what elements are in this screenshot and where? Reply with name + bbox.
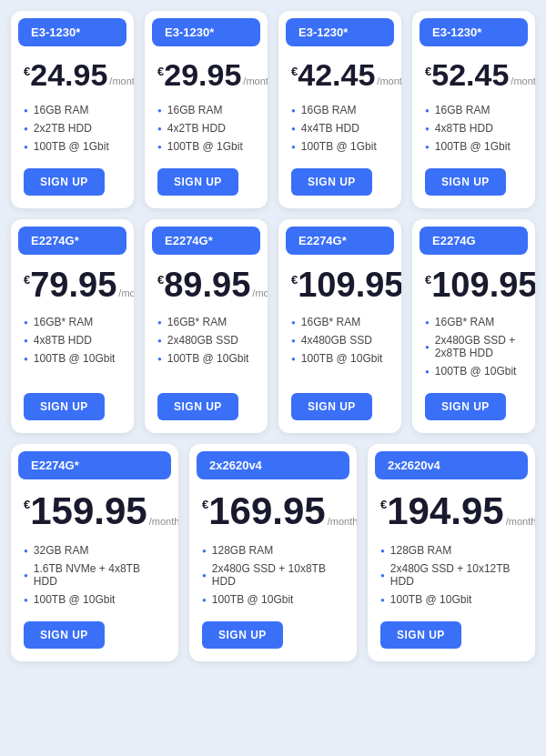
signup-button[interactable]: SIGN UP [291, 393, 372, 420]
pricing-card: E3-1230*€24.95/month16GB RAM2x2TB HDD100… [11, 11, 134, 208]
signup-button[interactable]: SIGN UP [24, 168, 105, 196]
card-body: €42.45/month16GB RAM4x4TB HDD100TB @ 1Gb… [278, 46, 401, 208]
price-period: /month [118, 287, 134, 298]
price-row: €109.95/month [291, 267, 389, 302]
feature-item: 100TB @ 10Gbit [24, 349, 121, 368]
card-body: €52.45/month16GB RAM4x8TB HDD100TB @ 1Gb… [412, 46, 535, 208]
price-row: €24.95/month [24, 59, 121, 90]
signup-button[interactable]: SIGN UP [291, 168, 372, 196]
price-currency: € [24, 65, 30, 78]
price-currency: € [202, 498, 208, 511]
feature-item: 2x2TB HDD [24, 119, 121, 137]
price-period: /month [243, 76, 268, 86]
card-body: €24.95/month16GB RAM2x2TB HDD100TB @ 1Gb… [11, 46, 134, 208]
price-period: /month [511, 76, 535, 86]
feature-item: 2x480GB SSD + 2x8TB HDD [425, 331, 522, 362]
price-currency: € [157, 65, 164, 78]
pricing-card: E3-1230*€29.95/month16GB RAM4x2TB HDD100… [145, 11, 268, 208]
card-processor-label: E3-1230* [152, 18, 260, 46]
feature-item: 100TB @ 1Gbit [157, 137, 255, 156]
signup-button[interactable]: SIGN UP [157, 168, 238, 196]
price-row: €194.95/month [380, 492, 522, 530]
price-row: €79.95/month [24, 267, 121, 302]
signup-button[interactable]: SIGN UP [24, 621, 105, 649]
feature-list: 32GB RAM1.6TB NVMe + 4x8TB HDD100TB @ 10… [24, 541, 166, 609]
feature-item: 100TB @ 10Gbit [157, 349, 255, 368]
price-period: /month [149, 516, 178, 527]
price-period: /month [252, 287, 268, 298]
price-value: 29.95 [164, 59, 241, 90]
price-value: 169.95 [208, 492, 325, 530]
card-processor-label: E3-1230* [286, 18, 394, 46]
card-body: €159.95/month32GB RAM1.6TB NVMe + 4x8TB … [11, 479, 178, 661]
card-body: €89.95/month16GB* RAM2x480GB SSD100TB @ … [145, 255, 268, 433]
card-body: €79.95/month16GB* RAM4x8TB HDD100TB @ 10… [11, 255, 134, 433]
price-row: €159.95/month [24, 492, 166, 530]
price-value: 109.95 [431, 267, 535, 302]
signup-button[interactable]: SIGN UP [202, 621, 283, 649]
feature-item: 2x480G SSD + 10x8TB HDD [202, 559, 344, 590]
price-value: 89.95 [164, 267, 250, 302]
price-row: €52.45/month [425, 59, 522, 90]
price-value: 24.95 [30, 59, 107, 90]
price-row: €89.95/month [157, 267, 255, 302]
feature-item: 4x2TB HDD [157, 119, 255, 137]
card-body: €109.95/month16GB* RAM2x480GB SSD + 2x8T… [412, 255, 535, 433]
feature-item: 100TB @ 10Gbit [380, 590, 522, 609]
feature-item: 32GB RAM [24, 541, 166, 559]
card-processor-label: E2274G* [152, 227, 260, 255]
row3-grid: E2274G*€159.95/month32GB RAM1.6TB NVMe +… [11, 444, 535, 661]
card-processor-label: E2274G [420, 227, 528, 255]
feature-list: 128GB RAM2x480G SSD + 10x12TB HDD100TB @… [380, 541, 522, 609]
feature-list: 16GB RAM4x4TB HDD100TB @ 1Gbit [291, 101, 389, 156]
signup-button[interactable]: SIGN UP [380, 621, 461, 649]
feature-item: 16GB* RAM [291, 313, 389, 331]
feature-item: 100TB @ 1Gbit [425, 137, 522, 156]
price-value: 194.95 [387, 492, 503, 530]
feature-item: 16GB RAM [24, 101, 121, 119]
feature-item: 4x8TB HDD [425, 119, 522, 137]
feature-list: 16GB* RAM2x480GB SSD100TB @ 10Gbit [157, 313, 255, 380]
price-currency: € [157, 273, 164, 287]
card-processor-label: 2x2620v4 [375, 451, 528, 479]
feature-item: 100TB @ 10Gbit [291, 349, 389, 368]
feature-item: 16GB* RAM [425, 313, 522, 331]
card-processor-label: E3-1230* [18, 18, 126, 46]
signup-button[interactable]: SIGN UP [24, 393, 105, 420]
signup-button[interactable]: SIGN UP [425, 393, 506, 420]
feature-item: 2x480GB SSD [157, 331, 255, 349]
price-currency: € [425, 65, 431, 78]
price-value: 159.95 [30, 492, 147, 530]
feature-list: 16GB* RAM4x480GB SSD100TB @ 10Gbit [291, 313, 389, 380]
feature-item: 2x480G SSD + 10x12TB HDD [380, 559, 522, 590]
price-currency: € [24, 498, 30, 511]
price-value: 52.45 [431, 59, 509, 90]
card-processor-label: E2274G* [18, 227, 126, 255]
signup-button[interactable]: SIGN UP [425, 168, 506, 196]
feature-item: 16GB RAM [425, 101, 522, 119]
signup-button[interactable]: SIGN UP [157, 393, 238, 420]
feature-item: 4x4TB HDD [291, 119, 389, 137]
feature-item: 16GB RAM [157, 101, 255, 119]
price-value: 79.95 [30, 267, 116, 302]
feature-item: 4x480GB SSD [291, 331, 389, 349]
feature-item: 1.6TB NVMe + 4x8TB HDD [24, 559, 166, 590]
price-value: 42.45 [298, 59, 375, 90]
pricing-card: E2274G*€89.95/month16GB* RAM2x480GB SSD1… [145, 219, 268, 433]
pricing-card: E2274G*€109.95/month16GB* RAM4x480GB SSD… [278, 219, 401, 433]
price-value: 109.95 [298, 267, 401, 302]
price-currency: € [380, 498, 387, 511]
pricing-card: E3-1230*€42.45/month16GB RAM4x4TB HDD100… [278, 11, 401, 208]
feature-item: 100TB @ 1Gbit [291, 137, 389, 156]
card-processor-label: E2274G* [18, 451, 171, 479]
pricing-card: E3-1230*€52.45/month16GB RAM4x8TB HDD100… [412, 11, 535, 208]
price-currency: € [24, 273, 30, 287]
card-processor-label: 2x2620v4 [197, 451, 349, 479]
price-period: /month [109, 76, 134, 86]
card-body: €194.95/month128GB RAM2x480G SSD + 10x12… [368, 479, 535, 661]
feature-item: 4x8TB HDD [24, 331, 121, 349]
feature-list: 16GB* RAM2x480GB SSD + 2x8TB HDD100TB @ … [425, 313, 522, 380]
price-row: €42.45/month [291, 59, 389, 90]
feature-list: 16GB RAM4x2TB HDD100TB @ 1Gbit [157, 101, 255, 156]
feature-item: 100TB @ 10Gbit [425, 362, 522, 380]
